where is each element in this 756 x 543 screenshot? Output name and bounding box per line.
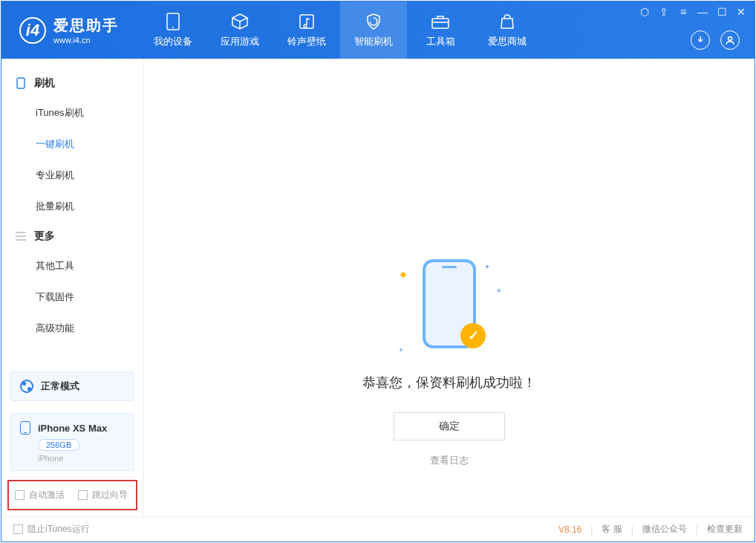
group-label: 更多 [34,230,55,243]
nav-ringtones[interactable]: 铃声壁纸 [273,1,340,59]
maximize-icon[interactable]: ☐ [716,6,728,18]
minimize-icon[interactable]: — [697,6,708,18]
phone-icon [15,77,27,89]
separator: | [631,524,633,535]
sidebar-item-advanced[interactable]: 高级功能 [1,313,143,344]
nav-apps[interactable]: 应用游戏 [206,1,273,59]
download-button[interactable] [691,30,710,50]
checkbox-auto-activate[interactable]: 自动激活 [15,489,65,501]
app-name: 爱思助手 [53,16,119,36]
nav-label: 工具箱 [426,35,455,48]
status-left: 阻止iTunes运行 [13,523,90,536]
sidebar-item-one-click-flash[interactable]: 一键刷机 [1,129,143,160]
svg-point-4 [729,37,732,41]
wechat-link[interactable]: 微信公众号 [642,523,687,536]
toolbox-icon [429,13,452,30]
main-content: ✓ 恭喜您，保资料刷机成功啦！ 确定 查看日志 [144,59,755,516]
sparkle-icon [497,288,501,293]
svg-rect-3 [432,19,449,28]
shirt-icon[interactable]: ⬡ [639,6,651,18]
logo-icon: i4 [19,17,46,44]
sidebar-scroll: 刷机 iTunes刷机 一键刷机 专业刷机 批量刷机 更多 其他工具 下载固件 … [1,59,143,365]
group-label: 刷机 [34,77,55,90]
svg-rect-5 [17,78,25,88]
menu-icon[interactable]: ≡ [677,6,689,18]
logo-area: i4 爱思助手 www.i4.cn [1,1,132,59]
separator: | [590,524,593,535]
success-message: 恭喜您，保资料刷机成功啦！ [362,374,536,391]
app-url: www.i4.cn [53,36,119,45]
check-badge-icon: ✓ [460,323,486,348]
logo-text: 爱思助手 www.i4.cn [53,16,119,45]
nav-store[interactable]: 爱思商城 [474,1,541,59]
options-row: 自动激活 跳过向导 [7,480,137,510]
nav-label: 智能刷机 [354,35,393,48]
bag-icon [496,13,518,30]
nav-label: 铃声壁纸 [287,35,326,48]
top-nav: 我的设备 应用游戏 铃声壁纸 智能刷机 工具箱 爱思商城 [140,1,541,59]
support-link[interactable]: 客 服 [602,523,622,536]
nav-flash[interactable]: 智能刷机 [340,1,407,59]
app-window: i4 爱思助手 www.i4.cn 我的设备 应用游戏 铃声壁纸 智能刷机 [1,1,755,542]
sidebar-item-other-tools[interactable]: 其他工具 [1,250,143,282]
checkbox-skip-guide[interactable]: 跳过向导 [78,489,128,501]
checkbox-label: 跳过向导 [92,489,128,501]
device-storage: 256GB [38,439,79,451]
view-log-link[interactable]: 查看日志 [430,454,469,467]
sidebar-group-flash: 刷机 [1,69,143,97]
checkbox-label: 自动激活 [29,489,65,501]
check-update-link[interactable]: 检查更新 [707,523,743,536]
device-icon [162,13,184,30]
svg-point-1 [172,27,174,28]
window-controls: ⬡ ⇪ ≡ — ☐ ✕ [639,6,747,18]
sidebar-group-more: 更多 [1,222,143,250]
titlebar: i4 爱思助手 www.i4.cn 我的设备 应用游戏 铃声壁纸 智能刷机 [1,1,755,59]
list-icon [15,230,27,242]
dot-icon [400,348,403,351]
shield-icon [362,13,385,30]
ok-button[interactable]: 确定 [394,412,505,440]
sidebar-item-batch-flash[interactable]: 批量刷机 [1,191,143,222]
checkbox-icon [13,524,23,534]
nav-label: 我的设备 [154,35,192,48]
nav-toolbox[interactable]: 工具箱 [407,1,474,59]
status-right: V8.16 | 客 服 | 微信公众号 | 检查更新 [558,523,743,536]
user-controls [691,30,740,50]
mode-label: 正常模式 [41,380,79,393]
device-icon [20,421,30,435]
sparkle-icon [400,272,406,278]
nav-my-device[interactable]: 我的设备 [140,1,206,59]
checkbox-block-itunes[interactable]: 阻止iTunes运行 [13,523,90,536]
dot-icon [486,265,489,268]
success-illustration: ✓ [394,259,505,356]
device-name: iPhone XS Max [38,423,107,434]
sidebar-item-download-firmware[interactable]: 下载固件 [1,282,143,313]
body: 刷机 iTunes刷机 一键刷机 专业刷机 批量刷机 更多 其他工具 下载固件 … [1,59,755,516]
success-panel: ✓ 恭喜您，保资料刷机成功啦！ 确定 查看日志 [362,259,536,467]
user-button[interactable] [720,30,740,50]
sidebar-item-pro-flash[interactable]: 专业刷机 [1,160,143,191]
device-box[interactable]: iPhone XS Max 256GB iPhone [10,413,134,471]
version-label: V8.16 [558,524,581,535]
checkbox-icon [15,490,25,500]
status-bar: 阻止iTunes运行 V8.16 | 客 服 | 微信公众号 | 检查更新 [1,516,755,542]
sidebar: 刷机 iTunes刷机 一键刷机 专业刷机 批量刷机 更多 其他工具 下载固件 … [1,59,144,516]
close-icon[interactable]: ✕ [735,6,747,18]
nav-label: 爱思商城 [488,35,527,48]
device-type: iPhone [38,454,125,463]
separator: | [696,524,698,535]
lock-icon[interactable]: ⇪ [658,6,670,18]
cube-icon [229,13,251,30]
sidebar-item-itunes-flash[interactable]: iTunes刷机 [1,97,143,129]
music-icon [296,13,318,30]
checkbox-icon [78,490,88,500]
mode-icon [20,380,33,393]
nav-label: 应用游戏 [221,35,259,48]
checkbox-label: 阻止iTunes运行 [27,523,90,536]
device-header: iPhone XS Max [20,421,125,435]
mode-box[interactable]: 正常模式 [10,371,134,401]
